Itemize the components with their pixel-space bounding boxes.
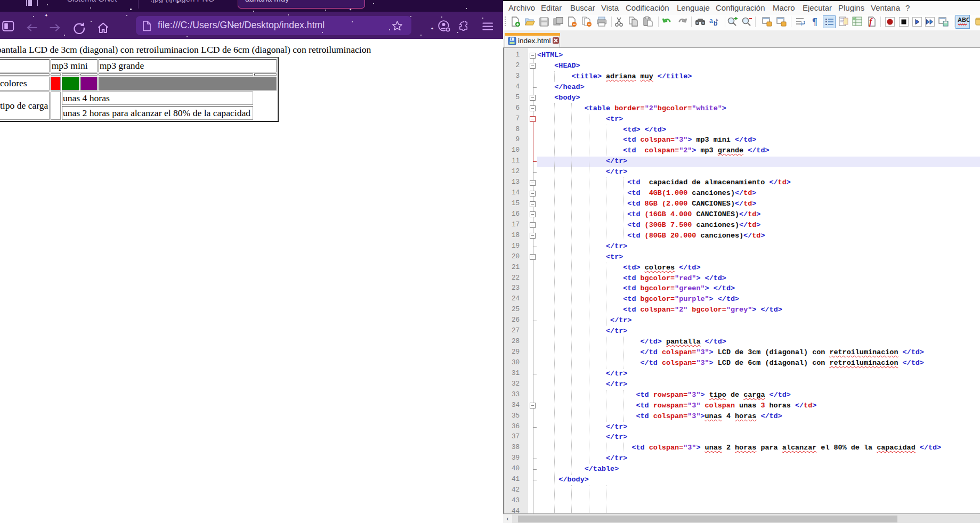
svg-text:¶: ¶ bbox=[812, 17, 817, 27]
svg-text:ABC: ABC bbox=[958, 17, 969, 23]
svg-text:a: a bbox=[709, 17, 713, 24]
